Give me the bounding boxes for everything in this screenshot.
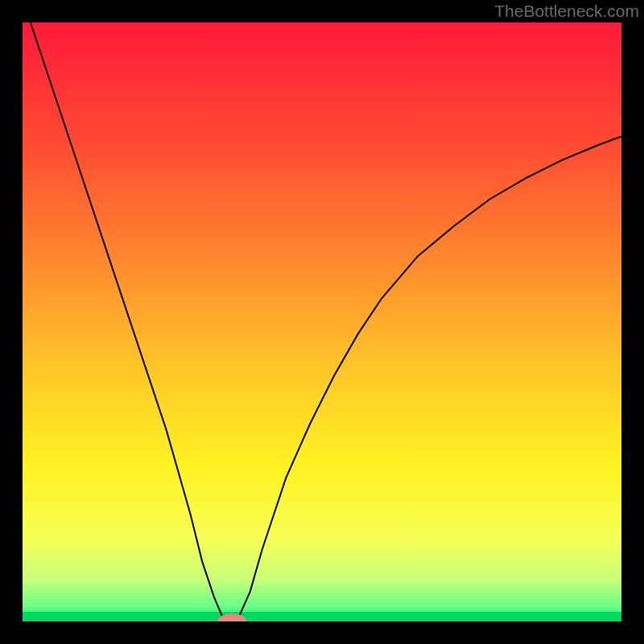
chart-frame <box>23 23 621 621</box>
watermark-text: TheBottleneck.com <box>494 2 639 21</box>
bottleneck-chart <box>23 23 621 621</box>
gradient-background <box>23 23 621 621</box>
bottom-green-strip <box>23 612 621 621</box>
